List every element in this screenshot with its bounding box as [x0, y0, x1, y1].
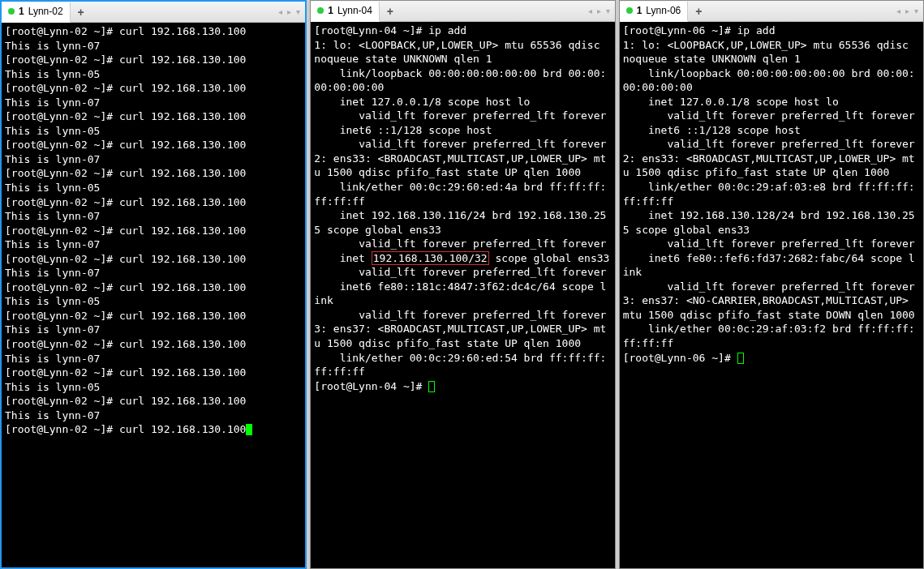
chevron-left-icon[interactable]: ◂ [587, 6, 594, 15]
dropdown-icon[interactable]: ▾ [913, 6, 920, 15]
tab-bar: 1 Lynn-04 + ◂ ▸ ▾ [311, 1, 614, 22]
status-dot-icon [626, 7, 633, 14]
tab-title: Lynn-06 [646, 5, 681, 16]
cursor-icon [428, 381, 435, 392]
terminal-body-lynn-04[interactable]: [root@Lynn-04 ~]# ip add 1: lo: <LOOPBAC… [311, 22, 614, 568]
terminal-body-lynn-02[interactable]: [root@Lynn-02 ~]# curl 192.168.130.100 T… [2, 23, 305, 567]
tab-title: Lynn-02 [28, 6, 63, 17]
dropdown-icon[interactable]: ▾ [604, 6, 612, 15]
dropdown-icon[interactable]: ▾ [294, 7, 302, 16]
chevron-right-icon[interactable]: ▸ [904, 6, 911, 15]
tab-lynn-04[interactable]: 1 Lynn-04 [311, 2, 380, 22]
highlighted-ip: 192.168.130.100/32 [372, 251, 489, 265]
tab-title: Lynn-04 [337, 5, 372, 16]
tab-nav-arrows: ◂ ▸ ▾ [895, 6, 923, 15]
tab-lynn-02[interactable]: 1 Lynn-02 [2, 2, 71, 23]
tab-number: 1 [637, 5, 643, 16]
cursor-icon [246, 424, 252, 435]
status-dot-icon [8, 8, 15, 15]
cursor-icon [737, 353, 744, 364]
chevron-left-icon[interactable]: ◂ [277, 7, 284, 16]
tab-bar: 1 Lynn-02 + ◂ ▸ ▾ [2, 2, 305, 23]
tab-number: 1 [19, 6, 24, 17]
chevron-right-icon[interactable]: ▸ [286, 7, 293, 16]
add-tab-button[interactable]: + [72, 3, 90, 21]
terminal-pane-lynn-04: 1 Lynn-04 + ◂ ▸ ▾ [root@Lynn-04 ~]# ip a… [310, 0, 615, 569]
tab-nav-arrows: ◂ ▸ ▾ [277, 7, 305, 16]
terminal-pane-lynn-06: 1 Lynn-06 + ◂ ▸ ▾ [root@Lynn-06 ~]# ip a… [619, 0, 924, 569]
add-tab-button[interactable]: + [690, 2, 707, 20]
terminal-pane-lynn-02: 1 Lynn-02 + ◂ ▸ ▾ [root@Lynn-02 ~]# curl… [0, 0, 307, 569]
status-dot-icon [317, 7, 324, 14]
chevron-left-icon[interactable]: ◂ [895, 6, 902, 15]
tab-nav-arrows: ◂ ▸ ▾ [587, 6, 615, 15]
tab-number: 1 [328, 5, 333, 16]
terminal-body-lynn-06[interactable]: [root@Lynn-06 ~]# ip add 1: lo: <LOOPBAC… [620, 22, 923, 568]
tab-bar: 1 Lynn-06 + ◂ ▸ ▾ [620, 1, 923, 22]
add-tab-button[interactable]: + [381, 2, 399, 20]
chevron-right-icon[interactable]: ▸ [595, 6, 603, 15]
tab-lynn-06[interactable]: 1 Lynn-06 [620, 2, 689, 22]
